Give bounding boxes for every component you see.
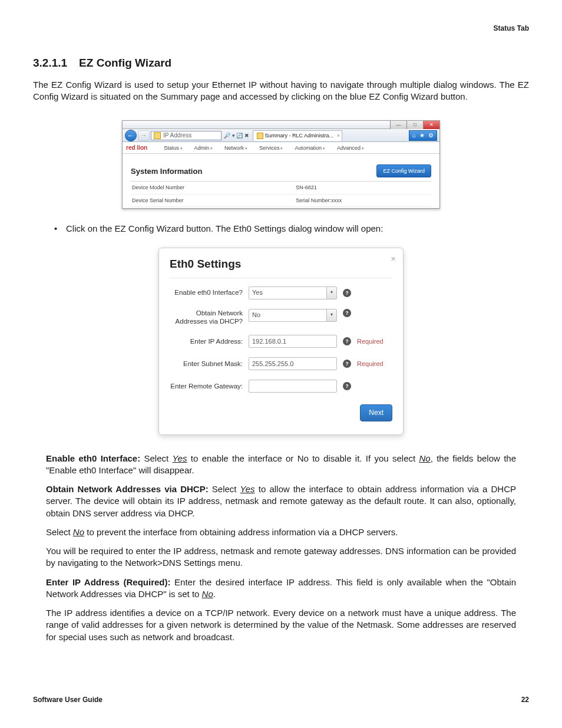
home-icon[interactable]: ⌂ [412, 131, 416, 140]
para-dns: You will be required to enter the IP add… [46, 545, 516, 569]
section-heading: 3.2.1.1EZ Config Wizard [33, 55, 529, 71]
back-button[interactable]: ← [125, 130, 137, 141]
footer-page-number: 22 [521, 695, 529, 704]
page-header-section: Status Tab [33, 24, 529, 33]
para-enable: Enable eth0 Interface: Select Yes to ena… [46, 453, 516, 477]
browser-screenshot: — □ ✕ ← → IP Address 🔎 ▾ 🔄 ✖ Summary - R… [122, 120, 440, 208]
dhcp-select[interactable]: No [249, 309, 337, 322]
bullet-text: Click on the EZ Config Wizard button. Th… [66, 223, 383, 235]
info-table: Device Model Number SN-6821 Device Seria… [131, 181, 431, 206]
ez-config-wizard-button[interactable]: EZ Config Wizard [376, 164, 431, 177]
menu-status[interactable]: Status [164, 144, 182, 151]
para-ip: Enter IP Address (Required): Enter the d… [46, 577, 516, 601]
footer-title: Software User Guide [33, 695, 103, 704]
required-label: Required [357, 337, 384, 346]
system-info-panel: System Information EZ Config Wizard Devi… [123, 154, 439, 207]
page-footer: Software User Guide 22 [33, 695, 529, 704]
field-dhcp: Obtain Network Addresses via DHCP? No ? [170, 309, 392, 326]
menu-automation[interactable]: Automation [295, 144, 325, 151]
ip-input[interactable]: 192.168.0.1 [249, 335, 337, 348]
menu-admin[interactable]: Admin [194, 144, 213, 151]
help-icon[interactable]: ? [343, 337, 351, 345]
required-label: Required [357, 360, 384, 368]
table-row: Device Model Number SN-6821 [131, 182, 431, 194]
star-icon[interactable]: ★ [419, 131, 425, 140]
window-controls: — □ ✕ [123, 121, 439, 129]
help-icon[interactable]: ? [343, 309, 351, 317]
help-icon[interactable]: ? [343, 289, 351, 297]
help-icon[interactable]: ? [343, 382, 351, 390]
heading-number: 3.2.1.1 [33, 55, 67, 71]
nav-icon-cluster: 🔎 ▾ 🔄 ✖ [224, 132, 249, 139]
brand-logo: red lion [126, 144, 147, 152]
bullet-marker: • [54, 223, 66, 235]
dialog-close-icon[interactable]: × [391, 253, 396, 265]
row-label: Device Serial Number [132, 197, 296, 204]
browser-navbar: ← → IP Address 🔎 ▾ 🔄 ✖ Summary - RLC Adm… [123, 129, 439, 142]
gear-icon[interactable]: ⚙ [428, 131, 434, 140]
enable-select[interactable]: Yes [249, 286, 337, 299]
address-bar[interactable]: IP Address [151, 131, 222, 140]
table-row: Device Serial Number Serial Number:xxxx [131, 195, 431, 207]
panel-title: System Information [131, 166, 202, 177]
menu-advanced[interactable]: Advanced [337, 144, 364, 151]
intro-paragraph: The EZ Config Wizard is used to setup yo… [33, 79, 529, 103]
field-label: Enter Remote Gateway: [170, 382, 249, 390]
next-button[interactable]: Next [360, 404, 392, 421]
field-label: Enter IP Address: [170, 337, 249, 345]
field-label: Enter Subnet Mask: [170, 360, 249, 368]
maximize-button[interactable]: □ [406, 121, 423, 129]
mask-input[interactable]: 255.255.255.0 [249, 357, 337, 370]
help-icon[interactable]: ? [343, 360, 351, 368]
minimize-button[interactable]: — [390, 121, 406, 129]
field-label: Enable eth0 Interface? [170, 288, 249, 297]
para-dhcp: Obtain Network Addresses via DHCP: Selec… [46, 483, 516, 519]
browser-tab[interactable]: Summary - RLC Administra...× [253, 130, 343, 141]
close-button[interactable]: ✕ [423, 121, 439, 129]
field-remote-gateway: Enter Remote Gateway: ? [170, 380, 392, 393]
para-dhcp-no: Select No to prevent the interface from … [46, 526, 516, 538]
heading-text: EZ Config Wizard [79, 57, 171, 69]
gateway-input[interactable] [249, 380, 337, 393]
row-label: Device Model Number [132, 184, 296, 191]
tab-strip: Summary - RLC Administra...× [253, 130, 408, 141]
tab-close-icon[interactable]: × [337, 132, 340, 139]
field-enable-interface: Enable eth0 Interface? Yes ? [170, 286, 392, 299]
forward-button[interactable]: → [138, 130, 150, 141]
app-menubar: red lion Status Admin Network Services A… [123, 142, 439, 154]
browser-quick-icons: ⌂ ★ ⚙ [409, 130, 437, 141]
eth0-settings-dialog: × Eth0 Settings Enable eth0 Interface? Y… [158, 248, 404, 435]
dialog-title: Eth0 Settings [170, 256, 392, 278]
para-ip-desc: The IP address identifies a device on a … [46, 607, 516, 643]
tab-label: Summary - RLC Administra... [265, 132, 334, 139]
row-value: Serial Number:xxxx [296, 197, 342, 204]
address-text: IP Address [163, 131, 191, 140]
bullet-item: • Click on the EZ Config Wizard button. … [54, 223, 529, 235]
menu-network[interactable]: Network [224, 144, 247, 151]
field-subnet-mask: Enter Subnet Mask: 255.255.255.0 ? Requi… [170, 357, 392, 370]
field-label: Obtain Network Addresses via DHCP? [170, 309, 249, 326]
menu-services[interactable]: Services [259, 144, 283, 151]
row-value: SN-6821 [296, 184, 317, 191]
field-ip-address: Enter IP Address: 192.168.0.1 ? Required [170, 335, 392, 348]
